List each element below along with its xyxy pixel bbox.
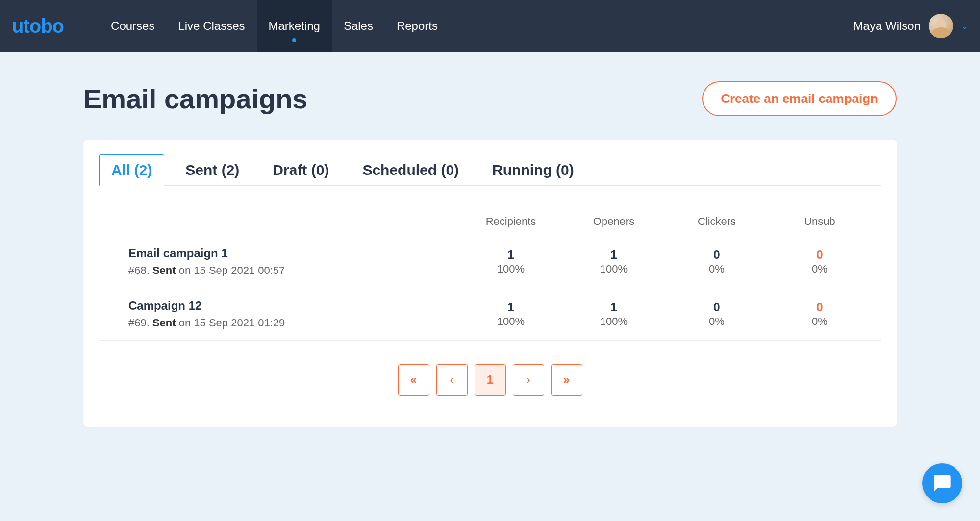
cell-value: 0: [665, 300, 768, 314]
tab-running[interactable]: Running (0): [480, 154, 586, 186]
page-header: Email campaigns Create an email campaign: [83, 81, 897, 116]
nav-item-marketing[interactable]: Marketing: [257, 0, 332, 52]
user-menu[interactable]: Maya Wilson ⌄: [854, 14, 968, 38]
campaigns-table: Recipients Openers Clickers Unsub Email …: [99, 205, 881, 341]
page-prev-button[interactable]: ‹: [436, 364, 468, 396]
chevron-down-icon: ⌄: [961, 21, 968, 31]
tab-sent[interactable]: Sent (2): [173, 154, 251, 186]
cell-openers: 1100%: [562, 248, 665, 275]
tab-all[interactable]: All (2): [99, 154, 164, 186]
create-campaign-button[interactable]: Create an email campaign: [702, 81, 897, 116]
cell-clickers: 00%: [665, 300, 768, 328]
tab-draft[interactable]: Draft (0): [260, 154, 341, 186]
page-first-button[interactable]: «: [398, 364, 429, 396]
cell-value: 0: [665, 248, 768, 262]
page-number-button[interactable]: 1: [475, 364, 506, 396]
cell-percent: 0%: [665, 315, 768, 328]
campaign-meta: #68. Sent on 15 Sep 2021 00:57: [128, 264, 459, 277]
table-body: Email campaign 1#68. Sent on 15 Sep 2021…: [99, 236, 881, 341]
cell-clickers: 00%: [665, 248, 768, 275]
cell-value: 1: [562, 300, 665, 314]
pagination: « ‹ 1 › »: [99, 364, 881, 396]
nav-item-courses[interactable]: Courses: [99, 0, 166, 52]
nav-item-reports[interactable]: Reports: [385, 0, 450, 52]
cell-percent: 100%: [459, 263, 562, 275]
campaign-title: Campaign 12: [128, 299, 459, 313]
cell-percent: 0%: [665, 263, 768, 275]
main-nav: CoursesLive ClassesMarketingSalesReports: [99, 0, 450, 52]
cell-unsub: 00%: [768, 300, 871, 328]
cell-value: 1: [459, 248, 562, 262]
cell-recipients: 1100%: [459, 248, 562, 275]
chat-widget-button[interactable]: [922, 463, 962, 503]
table-header-row: Recipients Openers Clickers Unsub: [99, 205, 881, 236]
cell-percent: 100%: [459, 315, 562, 328]
col-unsub: Unsub: [768, 215, 871, 228]
nav-item-live-classes[interactable]: Live Classes: [166, 0, 256, 52]
table-row[interactable]: Campaign 12#69. Sent on 15 Sep 2021 01:2…: [99, 288, 881, 341]
cell-value: 0: [768, 248, 871, 262]
cell-percent: 100%: [562, 263, 665, 275]
campaign-name-cell: Email campaign 1#68. Sent on 15 Sep 2021…: [128, 247, 459, 277]
campaign-meta: #69. Sent on 15 Sep 2021 01:29: [128, 317, 459, 329]
cell-value: 0: [768, 300, 871, 314]
cell-unsub: 00%: [768, 248, 871, 275]
cell-value: 1: [459, 300, 562, 314]
campaigns-card: All (2)Sent (2)Draft (0)Scheduled (0)Run…: [83, 140, 897, 427]
campaign-title: Email campaign 1: [128, 247, 459, 260]
col-clickers: Clickers: [665, 215, 768, 228]
chat-icon: [932, 473, 952, 493]
tab-bar: All (2)Sent (2)Draft (0)Scheduled (0)Run…: [99, 154, 881, 186]
cell-percent: 0%: [768, 263, 871, 275]
tab-scheduled[interactable]: Scheduled (0): [350, 154, 471, 186]
cell-value: 1: [562, 248, 665, 262]
page-next-button[interactable]: ›: [513, 364, 544, 396]
col-recipients: Recipients: [459, 215, 562, 228]
col-openers: Openers: [562, 215, 665, 228]
cell-recipients: 1100%: [459, 300, 562, 328]
brand-logo[interactable]: utobo: [12, 15, 64, 37]
cell-percent: 0%: [768, 315, 871, 328]
page-last-button[interactable]: »: [551, 364, 582, 396]
campaign-name-cell: Campaign 12#69. Sent on 15 Sep 2021 01:2…: [128, 299, 459, 329]
cell-openers: 1100%: [562, 300, 665, 328]
top-navbar: utobo CoursesLive ClassesMarketingSalesR…: [0, 0, 980, 52]
page-title: Email campaigns: [83, 83, 308, 115]
cell-percent: 100%: [562, 315, 665, 328]
table-row[interactable]: Email campaign 1#68. Sent on 15 Sep 2021…: [99, 236, 881, 288]
avatar: [929, 14, 953, 38]
user-name: Maya Wilson: [854, 19, 921, 33]
nav-item-sales[interactable]: Sales: [332, 0, 385, 52]
